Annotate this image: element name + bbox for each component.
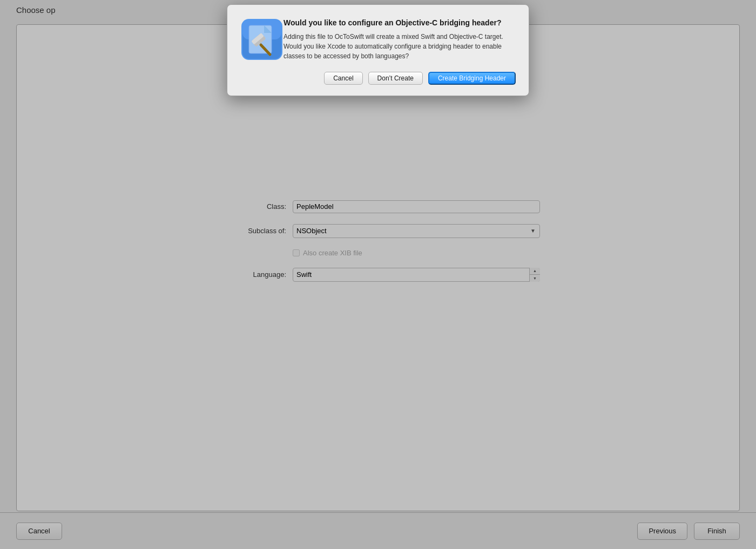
dialog-overlay: Would you like to configure an Objective… <box>0 0 756 549</box>
dialog-text-area: Would you like to configure an Objective… <box>284 18 516 61</box>
dialog-cancel-button[interactable]: Cancel <box>324 72 362 85</box>
xcode-icon <box>240 18 284 61</box>
dialog-message: Adding this file to OcToSwift will creat… <box>284 32 516 61</box>
dialog-content: Would you like to configure an Objective… <box>240 18 516 61</box>
dialog-buttons: Cancel Don’t Create Create Bridging Head… <box>240 72 516 85</box>
dialog-box: Would you like to configure an Objective… <box>227 4 529 96</box>
main-window: Choose op Class: Subclass of: NSObject ▼ <box>0 0 756 549</box>
dialog-create-button[interactable]: Create Bridging Header <box>428 72 516 85</box>
dialog-dont-create-button[interactable]: Don’t Create <box>368 72 423 85</box>
dialog-title: Would you like to configure an Objective… <box>284 18 516 28</box>
